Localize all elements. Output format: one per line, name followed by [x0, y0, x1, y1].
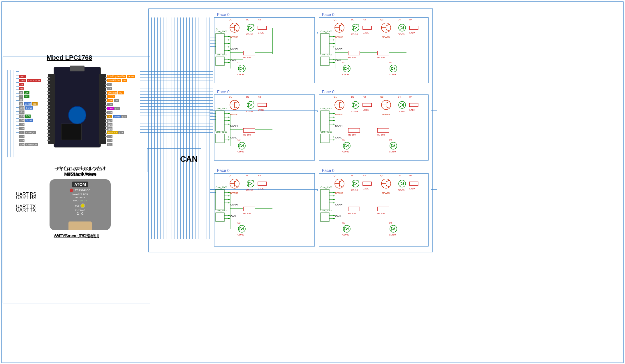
atom-mpu-label: MPU — [73, 199, 78, 202]
can-label: CAN — [180, 154, 198, 164]
atom-g1-label: G — [77, 212, 79, 215]
atom-esp32-label: ESP32-PICO — [75, 189, 90, 192]
svg-rect-1 — [70, 66, 84, 71]
saicolo-label: サイコロの中の１つだけ — [48, 166, 115, 171]
atom-neo-label: Neo=627 — [73, 193, 82, 196]
svg-point-2 — [68, 106, 86, 124]
svg-rect-7 — [47, 84, 50, 85]
atom-bps-label: BPS — [83, 193, 88, 196]
svg-rect-19 — [47, 126, 50, 127]
mbed-board: GND VIN 4.5v-9.5v In VB nR p6 SPI p7 SPI… — [19, 66, 140, 149]
atom-btn-label: Btn=G39 — [75, 196, 85, 199]
atom-connector — [68, 221, 92, 230]
wifi-server-label: WiFi Server, PC接続用 — [41, 233, 114, 239]
uart-tx: UART TX — [16, 204, 36, 209]
svg-rect-10 — [47, 94, 50, 95]
svg-rect-11 — [47, 98, 50, 99]
atom-g2-label: G — [81, 212, 84, 215]
svg-rect-13 — [47, 105, 50, 106]
atom-voltage-label: 115.2V — [80, 199, 87, 202]
svg-rect-21 — [47, 133, 50, 134]
svg-rect-22 — [47, 136, 50, 137]
m5stack-atom-visual: ATOM ESP32-PICO Neo=627 BPS Btn=G39 MPU … — [50, 179, 111, 230]
svg-rect-12 — [47, 101, 50, 102]
uart-rs: UART RS — [16, 192, 36, 197]
svg-rect-14 — [47, 108, 50, 109]
atom-yellow-button[interactable] — [80, 203, 85, 208]
atom-brand-label: ATOM — [72, 182, 88, 187]
svg-rect-6 — [47, 80, 50, 81]
svg-rect-20 — [47, 129, 50, 130]
svg-rect-5 — [47, 77, 50, 78]
atom-red-dot — [70, 189, 73, 192]
main-canvas: Mbed LPC1768 — [0, 0, 625, 364]
svg-rect-18 — [47, 122, 50, 123]
m5stack-name: M5Stack Atom — [48, 171, 115, 176]
mbed-title: Mbed LPC1768 — [47, 54, 92, 61]
atom-ph2-label: PH2.0-4P — [75, 209, 85, 212]
svg-rect-42 — [61, 124, 82, 140]
svg-rect-17 — [47, 119, 50, 120]
svg-rect-15 — [47, 112, 50, 113]
atom-m2-label: M2 — [75, 204, 79, 207]
svg-rect-23 — [47, 140, 50, 141]
svg-rect-8 — [47, 87, 50, 88]
svg-rect-16 — [47, 115, 50, 116]
svg-rect-9 — [47, 91, 50, 92]
